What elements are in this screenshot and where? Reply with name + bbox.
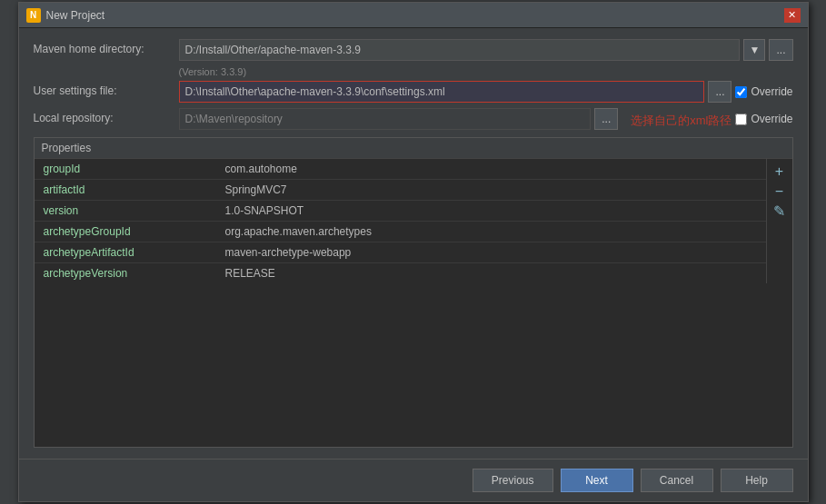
user-settings-override-checkbox[interactable]: [735, 86, 747, 98]
property-value: SpringMVC7: [216, 180, 766, 201]
user-settings-browse-button[interactable]: ...: [708, 81, 731, 103]
maven-version-note: (Version: 3.3.9): [179, 66, 793, 77]
property-key: version: [35, 201, 216, 222]
local-repo-input[interactable]: [179, 108, 592, 130]
local-repo-override-label: Override: [751, 113, 792, 125]
properties-section: Properties groupIdcom.autohomeartifactId…: [34, 137, 793, 448]
local-repo-override-checkbox[interactable]: [735, 114, 747, 125]
properties-header: Properties: [35, 138, 792, 159]
maven-home-input[interactable]: [179, 39, 741, 61]
table-row[interactable]: archetypeArtifactIdmaven-archetype-webap…: [35, 242, 766, 263]
property-value: 1.0-SNAPSHOT: [216, 201, 766, 222]
property-value: com.autohome: [216, 159, 766, 180]
user-settings-row: User settings file: ... Override: [34, 81, 793, 103]
dialog-footer: Previous Next Cancel Help: [19, 459, 808, 501]
properties-empty-area: [35, 283, 792, 447]
properties-wrapper: groupIdcom.autohomeartifactIdSpringMVC7v…: [35, 159, 792, 283]
local-repo-row: Local repository: ... 选择自己的xml路径 Overrid…: [34, 108, 793, 130]
cancel-button[interactable]: Cancel: [641, 469, 713, 492]
title-bar: N New Project ✕: [19, 3, 808, 28]
help-button[interactable]: Help: [721, 469, 793, 492]
maven-home-controls: ▼ ...: [179, 39, 793, 61]
properties-table: groupIdcom.autohomeartifactIdSpringMVC7v…: [35, 159, 766, 283]
remove-property-button[interactable]: −: [771, 183, 789, 201]
property-value: RELEASE: [216, 263, 766, 284]
dialog-body: Maven home directory: ▼ ... (Version: 3.…: [19, 28, 808, 459]
user-settings-override-label: Override: [751, 85, 792, 98]
properties-actions: + − ✎: [766, 159, 792, 283]
property-value: maven-archetype-webapp: [216, 242, 766, 263]
local-repo-controls: ... 选择自己的xml路径 Override: [179, 108, 793, 130]
user-settings-override-area: Override: [735, 85, 792, 98]
title-bar-left: N New Project: [26, 8, 105, 23]
user-settings-controls: ... Override: [179, 81, 793, 103]
table-row[interactable]: artifactIdSpringMVC7: [35, 180, 766, 201]
local-repo-browse-button[interactable]: ...: [594, 108, 618, 130]
user-settings-input[interactable]: [179, 81, 705, 103]
property-value: org.apache.maven.archetypes: [216, 222, 766, 242]
maven-home-browse-button[interactable]: ...: [769, 39, 792, 61]
property-key: archetypeGroupId: [35, 222, 216, 242]
dialog-title: New Project: [46, 9, 105, 22]
close-button[interactable]: ✕: [784, 8, 801, 23]
maven-home-dropdown-button[interactable]: ▼: [743, 39, 765, 61]
app-icon: N: [26, 8, 41, 23]
property-key: artifactId: [35, 180, 216, 201]
table-row[interactable]: groupIdcom.autohome: [35, 159, 766, 180]
property-key: archetypeArtifactId: [35, 242, 216, 263]
edit-property-button[interactable]: ✎: [771, 203, 789, 221]
maven-home-label: Maven home directory:: [34, 39, 179, 55]
add-property-button[interactable]: +: [771, 163, 789, 181]
property-key: groupId: [35, 159, 216, 180]
user-settings-label: User settings file:: [34, 81, 179, 97]
previous-button[interactable]: Previous: [473, 469, 553, 492]
new-project-dialog: N New Project ✕ Maven home directory: ▼ …: [18, 2, 809, 502]
table-row[interactable]: archetypeVersionRELEASE: [35, 263, 766, 284]
local-repo-label: Local repository:: [34, 108, 179, 124]
next-button[interactable]: Next: [561, 469, 633, 492]
property-key: archetypeVersion: [35, 263, 216, 284]
maven-home-row: Maven home directory: ▼ ...: [34, 39, 793, 61]
local-repo-override-area: Override: [735, 113, 792, 125]
annotation-text: 选择自己的xml路径: [631, 109, 731, 129]
table-row[interactable]: version1.0-SNAPSHOT: [35, 201, 766, 222]
table-row[interactable]: archetypeGroupIdorg.apache.maven.archety…: [35, 222, 766, 242]
